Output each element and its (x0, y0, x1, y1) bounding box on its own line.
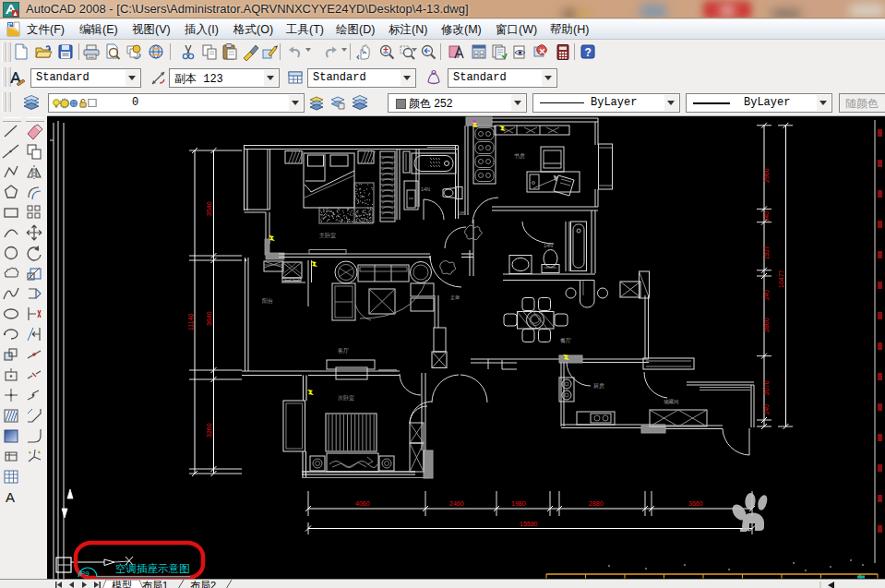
svg-text:空调插座示意图: 空调插座示意图 (115, 563, 190, 574)
svg-text:走廊: 走廊 (450, 294, 460, 301)
svg-text:240: 240 (763, 290, 770, 300)
svg-text:188: 188 (458, 211, 465, 216)
svg-text:240: 240 (763, 404, 770, 414)
svg-text:2460: 2460 (449, 500, 464, 507)
svg-text:2800: 2800 (763, 318, 770, 332)
svg-text:3540: 3540 (206, 201, 212, 216)
svg-text:主卧室: 主卧室 (319, 232, 336, 238)
svg-text:3260: 3260 (206, 423, 212, 438)
svg-text:3640: 3640 (206, 311, 212, 326)
svg-text:1927: 1927 (763, 246, 770, 259)
svg-text:240: 240 (763, 211, 770, 222)
svg-text:模型: 模型 (112, 580, 132, 588)
svg-text:储藏间: 储藏间 (664, 399, 679, 405)
svg-text:A: A (6, 489, 15, 505)
svg-text:10477: 10477 (778, 270, 784, 288)
svg-text:?: ? (585, 46, 592, 59)
svg-text:14N: 14N (544, 243, 553, 248)
svg-text:14N: 14N (421, 186, 430, 192)
svg-text:2880: 2880 (589, 500, 604, 507)
svg-text:3660: 3660 (688, 500, 703, 507)
svg-text:4060: 4060 (355, 500, 370, 507)
svg-text:次卧室: 次卧室 (338, 394, 354, 401)
svg-text:厨房: 厨房 (593, 382, 604, 389)
svg-text:客厅: 客厅 (338, 347, 349, 354)
svg-text:布局1: 布局1 (142, 580, 168, 588)
svg-text:2960: 2960 (763, 168, 770, 183)
svg-text:阳台: 阳台 (262, 298, 273, 305)
svg-text:布局2: 布局2 (190, 580, 216, 588)
svg-text:餐厅: 餐厅 (560, 337, 571, 343)
svg-text:15580: 15580 (520, 521, 538, 527)
svg-text:P9: P9 (80, 570, 90, 578)
svg-text:书房: 书房 (514, 152, 525, 159)
svg-text:2070: 2070 (763, 380, 770, 395)
svg-text:11140: 11140 (187, 313, 194, 330)
svg-text:1980: 1980 (511, 500, 526, 507)
